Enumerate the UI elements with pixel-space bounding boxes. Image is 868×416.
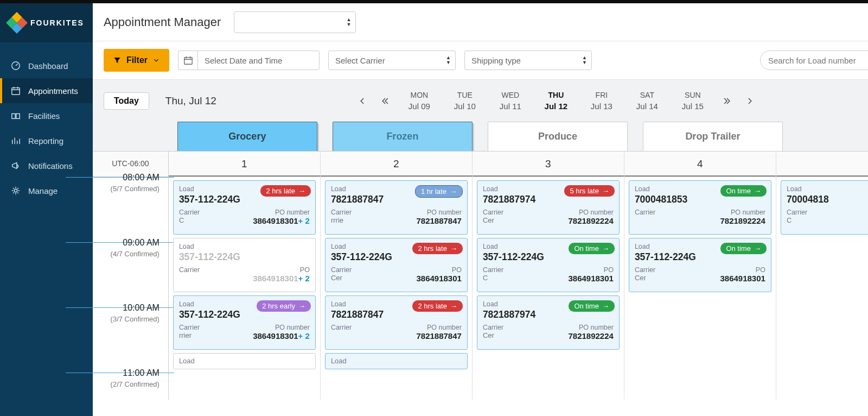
status-badge: On time→ xyxy=(720,185,767,197)
arrow-right-icon: → xyxy=(450,187,457,196)
po-label: PO number xyxy=(253,324,310,331)
nav: Dashboard Appointments Facilities Report… xyxy=(0,42,93,203)
appointment-card[interactable]: 5 hrs late→ Load 7821887974 CarrierCer P… xyxy=(477,180,620,235)
nav-appointments[interactable]: Appointments xyxy=(0,78,93,103)
prev-day-icon[interactable] xyxy=(356,93,368,109)
appointment-card[interactable]: 2 hrs late→ Load 357-112-224G CarrierCer… xyxy=(325,238,468,292)
po-number: 3864918301 xyxy=(416,274,461,283)
nav-manage[interactable]: Manage xyxy=(0,178,93,203)
status-badge: On time→ xyxy=(569,243,615,254)
search-input[interactable] xyxy=(768,56,868,65)
arrow-right-icon: → xyxy=(602,187,609,195)
filter-button[interactable]: Filter xyxy=(104,49,169,72)
dock-tab-drop-trailer[interactable]: Drop Trailer xyxy=(643,122,783,151)
day-tue[interactable]: TUEJul 10 xyxy=(448,91,482,111)
appointment-card[interactable]: Load 357-112-224G Carrier PO3864918301+ … xyxy=(173,238,316,292)
appointment-card[interactable]: 2 hrs late→ Load 7821887847 Carrier PO n… xyxy=(325,295,468,350)
facilities-icon xyxy=(11,111,21,121)
carrier-label: Carrier xyxy=(483,209,503,216)
shipping-select[interactable]: Shipping type ▲▼ xyxy=(464,51,592,70)
carrier-label: Carrier xyxy=(331,266,352,274)
main: Appointment Manager ▲▼ Filter Select Dat… xyxy=(93,3,868,416)
schedule-header: UTC-06:00 1 2 3 4 xyxy=(93,152,868,177)
grid-col-2: 1 hr late→ Load 7821887847 Carrierrrrie … xyxy=(321,177,473,400)
today-button[interactable]: Today xyxy=(104,92,149,110)
dock-col-1: 1 xyxy=(169,152,321,177)
nav-label: Facilities xyxy=(28,111,60,121)
arrow-right-icon: → xyxy=(298,302,305,310)
page-title: Appointment Manager xyxy=(104,15,221,29)
po-extra: + 2 xyxy=(298,216,310,225)
nav-dashboard[interactable]: Dashboard xyxy=(0,53,93,78)
status-badge: On time→ xyxy=(569,300,615,312)
carrier-name: rrrie xyxy=(331,216,352,224)
nav-label: Appointments xyxy=(28,86,78,96)
dock-tab-produce[interactable]: Produce xyxy=(488,122,628,151)
time-column: 08:00 AM(5/7 Confirmed) 09:00 AM(4/7 Con… xyxy=(93,177,169,400)
search-box[interactable] xyxy=(760,51,868,70)
po-number: 7821887847 xyxy=(416,331,461,341)
day-sun[interactable]: SUNJul 15 xyxy=(675,91,710,111)
appointment-card-collapsed[interactable]: Load xyxy=(173,353,316,369)
appointment-card[interactable]: On time→ Load 7821887974 CarrierCer PO n… xyxy=(477,295,620,350)
po-number: 3864918301 xyxy=(720,274,765,283)
confirm-label: (3/7 Confirmed) xyxy=(111,315,159,323)
arrow-right-icon: → xyxy=(602,244,609,253)
arrow-right-icon: → xyxy=(754,187,761,195)
grid-col-5: Load 70004818 CarrierC xyxy=(776,177,868,400)
carrier-select[interactable]: Select Carrier ▲▼ xyxy=(328,51,456,70)
facility-select[interactable]: ▲▼ xyxy=(234,11,356,33)
appointment-card[interactable]: On time→ Load 7000481853 Carrier PO numb… xyxy=(629,180,771,235)
arrow-right-icon: → xyxy=(602,302,609,310)
date-select[interactable]: Select Date and Time xyxy=(197,51,320,70)
load-id: 70004818 xyxy=(787,194,868,205)
day-fri[interactable]: FRIJul 13 xyxy=(584,91,619,111)
prev-week-icon[interactable] xyxy=(379,93,391,109)
time-label: 09:00 AM xyxy=(111,238,159,248)
carrier-label: Carrier xyxy=(483,266,503,274)
day-sat[interactable]: SATJul 14 xyxy=(630,91,665,111)
day-mon[interactable]: MONJul 09 xyxy=(402,91,437,111)
appointment-card[interactable]: 2 hrs early→ Load 357-112-224G Carrierrr… xyxy=(173,295,316,350)
day-thu[interactable]: THUJul 12 xyxy=(539,91,573,111)
stepper-arrows-icon: ▲▼ xyxy=(346,17,351,27)
svg-point-4 xyxy=(14,189,17,192)
dock-col-4: 4 xyxy=(624,152,776,177)
po-label: PO xyxy=(253,266,310,274)
carrier-placeholder: Select Carrier xyxy=(335,56,385,65)
calendar-icon xyxy=(11,86,21,96)
po-extra: + 2 xyxy=(298,274,310,283)
status-badge: 2 hrs late→ xyxy=(412,243,462,254)
dock-tab-grocery[interactable]: Grocery xyxy=(177,122,317,151)
nav-notifications[interactable]: Notifications xyxy=(0,153,93,178)
day-wed[interactable]: WEDJul 11 xyxy=(493,91,528,111)
status-badge: 5 hrs late→ xyxy=(564,185,614,197)
appointment-card-collapsed[interactable]: Load xyxy=(325,353,468,369)
po-number: 3864918301 xyxy=(253,331,298,341)
logo-icon xyxy=(9,15,25,31)
dock-tab-frozen[interactable]: Frozen xyxy=(333,122,473,151)
nav-reporting[interactable]: Reporting xyxy=(0,128,93,153)
appointment-card[interactable]: 1 hr late→ Load 7821887847 Carrierrrrie … xyxy=(325,180,468,235)
confirm-label: (4/7 Confirmed) xyxy=(111,250,159,258)
time-label: 08:00 AM xyxy=(111,173,159,182)
po-label: PO xyxy=(416,266,461,274)
day-scroller: MONJul 09 TUEJul 10 WEDJul 11 THUJul 12 … xyxy=(356,91,756,111)
next-week-icon[interactable] xyxy=(721,93,733,109)
nav-label: Dashboard xyxy=(28,61,68,71)
arrow-right-icon: → xyxy=(450,302,457,310)
appointment-card[interactable]: On time→ Load 357-112-224G CarrierC PO38… xyxy=(477,238,620,292)
gear-icon xyxy=(11,186,21,196)
appointment-card[interactable]: 2 hrs late→ Load 357-112-224G CarrierC P… xyxy=(173,180,316,235)
appointment-card[interactable]: On time→ Load 357-112-224G CarrierCer PO… xyxy=(629,238,771,292)
appointment-card[interactable]: Load 70004818 CarrierC xyxy=(781,180,868,235)
calendar-icon-button[interactable] xyxy=(178,51,197,70)
carrier-name: rrier xyxy=(179,331,200,339)
filter-label: Filter xyxy=(126,55,148,65)
nav-facilities[interactable]: Facilities xyxy=(0,103,93,128)
status-badge: 2 hrs late→ xyxy=(412,300,462,312)
carrier-name: Cer xyxy=(483,331,503,339)
po-number: 7821892224 xyxy=(568,331,613,341)
next-day-icon[interactable] xyxy=(744,93,756,109)
svg-rect-1 xyxy=(12,88,20,95)
